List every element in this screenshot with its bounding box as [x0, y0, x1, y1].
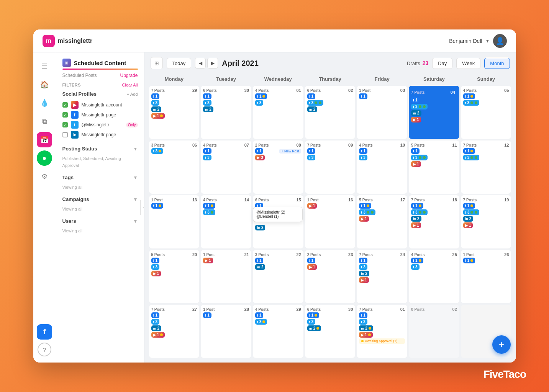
week-view-button[interactable]: Week [456, 58, 480, 69]
sidebar-menu-icon[interactable]: ☰ [37, 59, 52, 74]
tags-header[interactable]: Tags ▼ [62, 175, 138, 180]
post-pill-fb[interactable]: f1 [411, 148, 420, 154]
post-pill-ig[interactable]: ▶1 [411, 117, 421, 122]
post-pill-tw[interactable]: t3 [359, 264, 367, 270]
post-pill-ig[interactable]: ▶3 [255, 155, 265, 160]
post-pill-fb[interactable]: f1 [151, 93, 160, 99]
post-pill-tw[interactable]: t3 [203, 155, 211, 160]
month-view-button[interactable]: Month [484, 58, 510, 69]
post-pill-ig[interactable]: ▶1 [307, 203, 317, 209]
post-pill-fb[interactable]: f1 [463, 258, 475, 263]
post-pill-fb[interactable]: f1 [203, 93, 211, 99]
post-pill-li[interactable]: in2 [307, 325, 321, 331]
user-area[interactable]: Benjamin Dell ▼ 👤 [449, 34, 506, 48]
post-pill-tw[interactable]: t3 [151, 148, 164, 154]
post-pill-fb[interactable]: f1 [463, 93, 475, 99]
post-pill-tw[interactable]: t3 [151, 319, 160, 325]
social-profiles-header[interactable]: Social Profiles + Add [62, 91, 138, 97]
post-pill-ig[interactable]: ▶1 [151, 271, 161, 276]
post-pill-ig[interactable]: ▶1 [359, 332, 373, 338]
checkbox-linkedin[interactable] [62, 132, 68, 137]
post-pill-fb[interactable]: f1 [359, 312, 367, 318]
post-pill-fb[interactable]: f1 [255, 93, 267, 99]
grid-icon[interactable]: ⊞ [151, 57, 163, 69]
post-pill-tw[interactable]: t3 [151, 264, 160, 270]
post-pill-tw[interactable]: t3 [307, 155, 316, 160]
post-pill-tw[interactable]: t3 [255, 319, 267, 325]
post-pill-fb[interactable]: f1 [151, 312, 160, 318]
checkbox-facebook[interactable]: ✓ [62, 112, 68, 118]
clear-all-button[interactable]: Clear All [122, 83, 138, 87]
fab-new-post[interactable]: + [492, 335, 511, 354]
post-pill-fb[interactable]: f1 [255, 148, 264, 154]
post-pill-fb[interactable]: f1 [411, 97, 420, 103]
prev-month-button[interactable]: ◀ [195, 58, 206, 69]
post-pill-fb[interactable]: f1 [151, 258, 160, 263]
sidebar-layers-icon[interactable]: ⧉ [37, 114, 52, 129]
post-pill-ig[interactable]: ▶1 [359, 277, 369, 283]
post-pill-li[interactable]: in2 [411, 110, 421, 116]
new-post-button[interactable]: + New Post [279, 149, 301, 154]
post-pill-tw[interactable]: t3 [359, 319, 367, 325]
post-pill-fb[interactable]: f1 [307, 258, 316, 263]
post-pill-fb[interactable]: f1 [307, 148, 316, 154]
post-pill-fb[interactable]: f1 [203, 148, 211, 154]
sidebar-circle-icon[interactable]: ● [37, 150, 52, 166]
post-pill-fb[interactable]: f1 [411, 203, 423, 209]
post-pill-li[interactable]: in2 [307, 106, 318, 112]
post-pill-tw[interactable]: t3 [463, 155, 480, 160]
post-pill-tw[interactable]: t3 [255, 100, 264, 106]
post-pill-fb[interactable]: f1 [255, 312, 264, 318]
post-pill-tw[interactable]: t3 [359, 209, 375, 215]
post-pill-tw[interactable]: t3 [411, 104, 428, 109]
post-pill-fb[interactable]: f1 [359, 93, 367, 99]
sidebar-gear-icon[interactable]: ⚙ [37, 169, 52, 184]
sidebar-drop-icon[interactable]: 💧 [37, 95, 52, 111]
users-header[interactable]: Users ▼ [62, 218, 138, 224]
upgrade-link[interactable]: Upgrade [120, 73, 138, 78]
post-pill-fb[interactable]: f1 [359, 148, 367, 154]
post-pill-tw[interactable]: t3 [463, 100, 480, 106]
day-view-button[interactable]: Day [432, 58, 452, 69]
post-pill-li[interactable]: in2 [359, 271, 369, 276]
today-button[interactable]: Today [167, 58, 192, 69]
post-pill-ig[interactable]: ▶1 [203, 258, 213, 263]
post-pill-ig[interactable]: ▶1 [359, 216, 369, 222]
post-pill-tw[interactable]: t3 [463, 209, 480, 215]
post-pill-fb[interactable]: f1 [151, 203, 164, 209]
post-pill-fb[interactable]: f1 [359, 258, 367, 263]
post-pill-tw[interactable]: t3 [307, 319, 316, 325]
post-pill-ig[interactable]: ▶1 [463, 222, 473, 228]
post-pill-tw[interactable]: t3 [151, 100, 160, 106]
post-pill-li[interactable]: in2 [359, 325, 373, 331]
post-pill-tw[interactable]: t3 [411, 209, 428, 215]
post-pill-fb[interactable]: f1 [359, 203, 371, 209]
post-pill-fb[interactable]: f1 [411, 258, 423, 263]
collapse-panel-button[interactable]: ◀ [140, 200, 144, 215]
post-pill-fb[interactable]: f1 [463, 203, 475, 209]
post-pill-tw[interactable]: t3 [411, 155, 428, 160]
post-pill-li[interactable]: in2 [255, 264, 265, 270]
post-pill-li[interactable]: in2 [151, 325, 162, 331]
sidebar-home-icon[interactable]: 🏠 [37, 77, 52, 92]
post-pill-li[interactable]: in2 [255, 225, 265, 230]
post-pill-ig[interactable]: ▶1 [411, 222, 421, 228]
post-pill-fb[interactable]: f1 [203, 312, 211, 318]
post-pill-fb[interactable]: f1 [463, 148, 475, 154]
campaigns-header[interactable]: Campaigns ▼ [62, 196, 138, 202]
post-pill-li[interactable]: in2 [463, 216, 474, 222]
post-pill-ig[interactable]: ▶1 [307, 264, 317, 270]
sidebar-facebook-icon[interactable]: f [37, 324, 52, 340]
post-pill-tw[interactable]: t3 [203, 209, 215, 215]
post-pill-fb[interactable]: f1 [255, 258, 264, 263]
post-pill-tw[interactable]: t3 [359, 155, 367, 160]
post-pill-fb[interactable]: f1 [307, 93, 316, 99]
post-pill-li[interactable]: in2 [411, 216, 421, 222]
post-pill-tw[interactable]: t3 [203, 100, 211, 106]
checkbox-twitter[interactable]: ✓ [62, 122, 68, 127]
sidebar-help-icon[interactable]: ? [38, 343, 51, 356]
add-profile-button[interactable]: + Add [127, 92, 138, 96]
post-pill-fb[interactable]: f1 [203, 203, 215, 209]
posting-status-header[interactable]: Posting Status ▼ [62, 146, 138, 152]
next-month-button[interactable]: ▶ [207, 58, 218, 69]
